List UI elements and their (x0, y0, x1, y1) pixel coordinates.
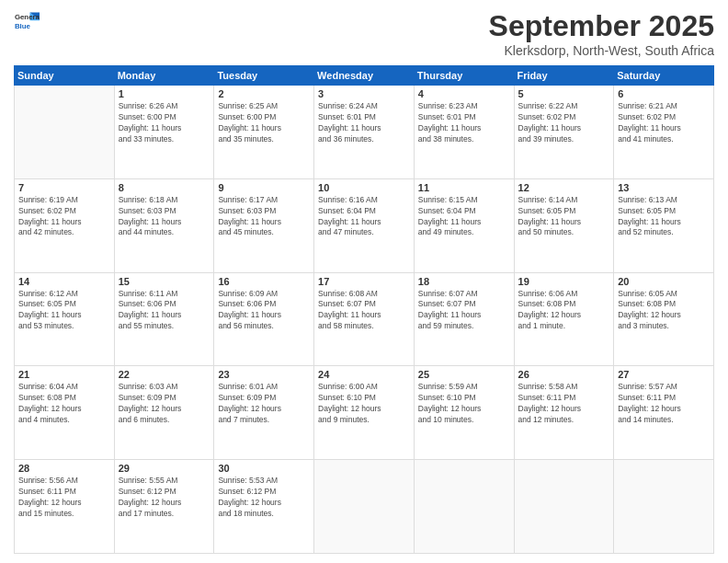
calendar-cell: 18Sunrise: 6:07 AMSunset: 6:07 PMDayligh… (414, 272, 514, 366)
day-number: 12 (518, 182, 610, 193)
svg-text:General: General (15, 13, 40, 21)
day-info: Sunrise: 6:18 AMSunset: 6:03 PMDaylight:… (119, 195, 210, 239)
calendar-cell: 8Sunrise: 6:18 AMSunset: 6:03 PMDaylight… (114, 178, 214, 272)
day-number: 8 (119, 182, 210, 193)
day-info: Sunrise: 5:56 AMSunset: 6:11 PMDaylight:… (18, 476, 110, 520)
day-info: Sunrise: 6:11 AMSunset: 6:06 PMDaylight:… (119, 289, 210, 333)
subtitle: Klerksdorp, North-West, South Africa (489, 43, 714, 58)
logo-icon: General Blue (14, 9, 40, 35)
day-number: 15 (119, 276, 210, 287)
calendar-cell: 22Sunrise: 6:03 AMSunset: 6:09 PMDayligh… (114, 366, 214, 460)
header: General Blue September 2025 Klerksdorp, … (14, 9, 714, 58)
day-info: Sunrise: 6:13 AMSunset: 6:05 PMDaylight:… (618, 195, 710, 239)
day-info: Sunrise: 6:16 AMSunset: 6:04 PMDaylight:… (318, 195, 410, 239)
day-info: Sunrise: 6:26 AMSunset: 6:00 PMDaylight:… (119, 101, 210, 145)
day-info: Sunrise: 6:04 AMSunset: 6:08 PMDaylight:… (18, 382, 110, 426)
header-row: Sunday Monday Tuesday Wednesday Thursday… (15, 66, 714, 86)
day-info: Sunrise: 6:22 AMSunset: 6:02 PMDaylight:… (518, 101, 610, 145)
calendar-table: Sunday Monday Tuesday Wednesday Thursday… (14, 65, 714, 554)
calendar-cell: 5Sunrise: 6:22 AMSunset: 6:02 PMDaylight… (514, 86, 614, 179)
day-number: 17 (318, 276, 410, 287)
day-info: Sunrise: 5:55 AMSunset: 6:12 PMDaylight:… (119, 476, 210, 520)
header-friday: Friday (514, 66, 614, 86)
day-number: 4 (418, 88, 510, 99)
day-info: Sunrise: 6:12 AMSunset: 6:05 PMDaylight:… (18, 289, 110, 333)
day-number: 13 (618, 182, 710, 193)
calendar-cell: 27Sunrise: 5:57 AMSunset: 6:11 PMDayligh… (614, 366, 714, 460)
day-info: Sunrise: 6:03 AMSunset: 6:09 PMDaylight:… (119, 382, 210, 426)
day-info: Sunrise: 6:00 AMSunset: 6:10 PMDaylight:… (318, 382, 410, 426)
day-number: 26 (518, 369, 610, 380)
day-info: Sunrise: 6:21 AMSunset: 6:02 PMDaylight:… (618, 101, 710, 145)
day-info: Sunrise: 5:58 AMSunset: 6:11 PMDaylight:… (518, 382, 610, 426)
day-info: Sunrise: 6:15 AMSunset: 6:04 PMDaylight:… (418, 195, 510, 239)
header-wednesday: Wednesday (314, 66, 415, 86)
day-info: Sunrise: 6:08 AMSunset: 6:07 PMDaylight:… (318, 289, 410, 333)
header-thursday: Thursday (414, 66, 514, 86)
day-number: 29 (119, 463, 210, 474)
day-info: Sunrise: 6:25 AMSunset: 6:00 PMDaylight:… (218, 101, 310, 145)
title-section: September 2025 Klerksdorp, North-West, S… (489, 9, 714, 58)
calendar-cell: 16Sunrise: 6:09 AMSunset: 6:06 PMDayligh… (214, 272, 314, 366)
calendar-cell: 25Sunrise: 5:59 AMSunset: 6:10 PMDayligh… (414, 366, 514, 460)
day-number: 2 (218, 88, 310, 99)
calendar-cell: 6Sunrise: 6:21 AMSunset: 6:02 PMDaylight… (614, 86, 714, 179)
day-number: 7 (18, 182, 110, 193)
day-number: 18 (418, 276, 510, 287)
day-info: Sunrise: 6:09 AMSunset: 6:06 PMDaylight:… (218, 289, 310, 333)
calendar-cell: 1Sunrise: 6:26 AMSunset: 6:00 PMDaylight… (114, 86, 214, 179)
svg-text:Blue: Blue (15, 22, 31, 30)
calendar-cell (514, 460, 614, 554)
header-monday: Monday (114, 66, 214, 86)
day-number: 22 (119, 369, 210, 380)
day-number: 23 (218, 369, 310, 380)
day-number: 1 (119, 88, 210, 99)
calendar-cell (314, 460, 415, 554)
calendar-cell: 30Sunrise: 5:53 AMSunset: 6:12 PMDayligh… (214, 460, 314, 554)
calendar-cell: 13Sunrise: 6:13 AMSunset: 6:05 PMDayligh… (614, 178, 714, 272)
calendar-cell (15, 86, 115, 179)
day-number: 5 (518, 88, 610, 99)
day-number: 11 (418, 182, 510, 193)
header-saturday: Saturday (614, 66, 714, 86)
day-info: Sunrise: 6:07 AMSunset: 6:07 PMDaylight:… (418, 289, 510, 333)
calendar-cell: 10Sunrise: 6:16 AMSunset: 6:04 PMDayligh… (314, 178, 415, 272)
calendar-cell: 14Sunrise: 6:12 AMSunset: 6:05 PMDayligh… (15, 272, 115, 366)
calendar-cell: 28Sunrise: 5:56 AMSunset: 6:11 PMDayligh… (15, 460, 115, 554)
calendar-cell: 21Sunrise: 6:04 AMSunset: 6:08 PMDayligh… (15, 366, 115, 460)
day-info: Sunrise: 6:19 AMSunset: 6:02 PMDaylight:… (18, 195, 110, 239)
day-number: 24 (318, 369, 410, 380)
calendar-cell: 26Sunrise: 5:58 AMSunset: 6:11 PMDayligh… (514, 366, 614, 460)
calendar-week-5: 28Sunrise: 5:56 AMSunset: 6:11 PMDayligh… (15, 460, 714, 554)
day-number: 25 (418, 369, 510, 380)
page: General Blue September 2025 Klerksdorp, … (0, 0, 728, 563)
day-number: 3 (318, 88, 410, 99)
calendar-cell: 15Sunrise: 6:11 AMSunset: 6:06 PMDayligh… (114, 272, 214, 366)
calendar-cell: 9Sunrise: 6:17 AMSunset: 6:03 PMDaylight… (214, 178, 314, 272)
calendar-week-4: 21Sunrise: 6:04 AMSunset: 6:08 PMDayligh… (15, 366, 714, 460)
day-info: Sunrise: 5:57 AMSunset: 6:11 PMDaylight:… (618, 382, 710, 426)
day-info: Sunrise: 6:06 AMSunset: 6:08 PMDaylight:… (518, 289, 610, 333)
calendar-cell: 17Sunrise: 6:08 AMSunset: 6:07 PMDayligh… (314, 272, 415, 366)
day-number: 6 (618, 88, 710, 99)
day-info: Sunrise: 5:59 AMSunset: 6:10 PMDaylight:… (418, 382, 510, 426)
day-number: 21 (18, 369, 110, 380)
calendar-cell (414, 460, 514, 554)
calendar-week-1: 1Sunrise: 6:26 AMSunset: 6:00 PMDaylight… (15, 86, 714, 179)
calendar-cell: 7Sunrise: 6:19 AMSunset: 6:02 PMDaylight… (15, 178, 115, 272)
day-info: Sunrise: 6:24 AMSunset: 6:01 PMDaylight:… (318, 101, 410, 145)
calendar-cell: 24Sunrise: 6:00 AMSunset: 6:10 PMDayligh… (314, 366, 415, 460)
day-number: 28 (18, 463, 110, 474)
calendar-cell (614, 460, 714, 554)
calendar-cell: 3Sunrise: 6:24 AMSunset: 6:01 PMDaylight… (314, 86, 415, 179)
logo: General Blue (14, 9, 40, 35)
header-tuesday: Tuesday (214, 66, 314, 86)
day-info: Sunrise: 6:05 AMSunset: 6:08 PMDaylight:… (618, 289, 710, 333)
day-number: 14 (18, 276, 110, 287)
day-number: 27 (618, 369, 710, 380)
calendar-cell: 19Sunrise: 6:06 AMSunset: 6:08 PMDayligh… (514, 272, 614, 366)
calendar-week-2: 7Sunrise: 6:19 AMSunset: 6:02 PMDaylight… (15, 178, 714, 272)
day-number: 10 (318, 182, 410, 193)
calendar-cell: 4Sunrise: 6:23 AMSunset: 6:01 PMDaylight… (414, 86, 514, 179)
day-info: Sunrise: 6:23 AMSunset: 6:01 PMDaylight:… (418, 101, 510, 145)
